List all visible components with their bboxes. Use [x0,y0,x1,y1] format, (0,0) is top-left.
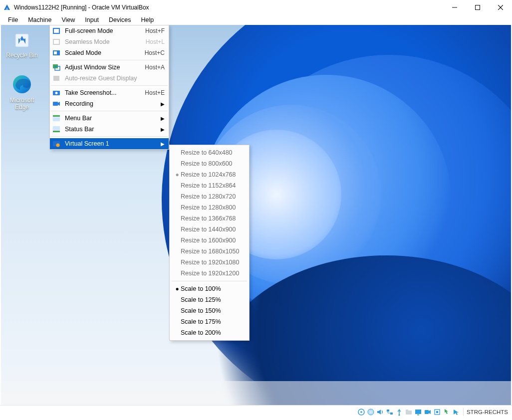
menu-devices[interactable]: Devices [104,15,136,24]
svg-point-30 [370,411,371,413]
menubar: File Machine View Input Devices Help [0,15,512,25]
submenu-item-resize[interactable]: Resize to 1600x900 [170,235,249,246]
submenu-item-resize[interactable]: Resize to 1280x720 [170,191,249,202]
submenu-item-resize[interactable]: Resize to 1440x900 [170,224,249,235]
desktop-icon-recycle-bin[interactable]: Recycle Bin [3,29,41,59]
statusbar: STRG-RECHTS [0,405,512,418]
menu-item-adjust-window-size[interactable]: Adjust Window Size Host+A [50,62,169,73]
svg-point-28 [360,411,362,413]
menu-item-label: Full-screen Mode [65,27,139,34]
statusbar-recording-icon[interactable] [424,408,432,416]
titlebar: Windows1122H2 [Running] - Oracle VM Virt… [0,0,512,15]
desktop-icon-microsoft-edge[interactable]: Microsoft Edge [3,74,41,111]
menu-item-accelerator: Host+L [140,38,165,45]
submenu-item-resize[interactable]: Resize to 1280x800 [170,202,249,213]
radio-indicator: ● [174,285,181,292]
menu-item-status-bar[interactable]: Status Bar ▶ [50,124,169,135]
submenu-item-scale[interactable]: Scale to 175% [170,316,249,327]
menu-item-take-screenshot[interactable]: Take Screenshot... Host+E [50,87,169,98]
statusbar-keyboard-captured-icon[interactable] [452,408,460,416]
edge-icon [11,74,32,95]
virtual-screen-submenu: Resize to 640x480 Resize to 800x600 ●Res… [169,145,250,341]
statusbar-separator [463,408,464,416]
statusbar-mouse-integration-icon[interactable] [443,408,451,416]
submenu-item-resize[interactable]: Resize to 640x480 [170,147,249,158]
svg-marker-31 [377,410,381,415]
virtualbox-app-icon [3,3,11,11]
menu-item-label: Take Screenshot... [65,89,139,96]
svg-rect-36 [406,410,408,411]
statusbar-host-key[interactable]: STRG-RECHTS [467,409,508,415]
menu-item-virtual-screen-1[interactable]: Virtual Screen 1 ▶ [50,138,169,149]
svg-rect-39 [425,410,429,414]
statusbar-shared-folders-icon[interactable] [405,408,413,416]
submenu-item-scale[interactable]: Scale to 150% [170,305,249,316]
statusbar-network-icon[interactable] [386,408,394,416]
statusbar-icon [52,125,61,134]
statusbar-display-icon[interactable] [414,408,422,416]
menu-separator [51,136,168,137]
menu-view[interactable]: View [56,15,80,24]
submenu-item-label: Resize to 1280x720 [181,193,244,200]
guest-taskbar[interactable] [1,381,511,405]
close-button[interactable] [489,0,512,15]
fullscreen-icon [52,26,61,35]
submenu-item-scale[interactable]: Scale to 125% [170,294,249,305]
menu-help[interactable]: Help [136,15,159,24]
recycle-bin-icon [11,29,32,50]
adjust-size-icon [52,63,61,72]
submenu-item-label: Scale to 125% [181,296,244,303]
menu-separator [51,60,168,60]
submenu-item-resize[interactable]: Resize to 800x600 [170,158,249,169]
svg-rect-3 [476,5,480,10]
submenu-item-label: Resize to 1680x1050 [181,248,244,255]
guest-display[interactable]: Recycle Bin Microsoft Edge Full-screen M… [1,25,511,405]
menu-item-fullscreen-mode[interactable]: Full-screen Mode Host+F [50,25,169,36]
statusbar-audio-icon[interactable] [376,408,384,416]
submenu-arrow-icon: ▶ [160,116,165,121]
menu-item-menu-bar[interactable]: Menu Bar ▶ [50,113,169,124]
submenu-item-resize[interactable]: Resize to 1920x1080 [170,257,249,268]
statusbar-harddisk-icon[interactable] [357,408,365,416]
menu-machine[interactable]: Machine [23,15,56,24]
menu-item-scaled-mode[interactable]: Scaled Mode Host+C [50,47,169,58]
submenu-item-resize[interactable]: Resize to 1920x1200 [170,268,249,279]
menu-separator [51,111,168,111]
statusbar-optical-icon[interactable] [367,408,375,416]
svg-rect-9 [54,29,59,33]
submenu-item-resize[interactable]: Resize to 1366x768 [170,213,249,224]
submenu-item-resize[interactable]: Resize to 1152x864 [170,180,249,191]
submenu-item-label: Resize to 640x480 [181,149,244,156]
radio-indicator: ● [174,171,181,178]
submenu-item-label: Scale to 200% [181,329,244,336]
submenu-item-label: Resize to 1600x900 [181,237,244,244]
statusbar-usb-icon[interactable] [395,408,403,416]
recording-icon [52,99,61,108]
submenu-item-scale[interactable]: ●Scale to 100% [170,283,249,294]
seamless-icon [52,37,61,46]
svg-rect-24 [53,131,60,132]
menu-input[interactable]: Input [80,15,104,24]
submenu-item-scale[interactable]: Scale to 200% [170,327,249,338]
menu-item-label: Status Bar [65,126,160,133]
submenu-item-label: Resize to 1440x900 [181,226,244,233]
menu-item-label: Seamless Mode [65,38,140,45]
maximize-button[interactable] [466,0,489,15]
submenu-item-label: Resize to 800x600 [181,160,244,167]
submenu-item-resize[interactable]: Resize to 1680x1050 [170,246,249,257]
submenu-item-label: Resize to 1280x800 [181,204,244,211]
statusbar-cpu-icon[interactable] [433,408,441,416]
svg-rect-11 [54,40,59,44]
submenu-item-resize[interactable]: ●Resize to 1024x768 [170,169,249,180]
menu-item-recording[interactable]: Recording ▶ [50,98,169,109]
svg-point-18 [55,92,58,94]
minimize-button[interactable] [443,0,466,15]
menu-file[interactable]: File [3,15,23,24]
window-title: Windows1122H2 [Running] - Oracle VM Virt… [14,4,149,11]
view-dropdown-menu: Full-screen Mode Host+F Seamless Mode Ho… [49,25,169,150]
screenshot-icon [52,88,61,97]
submenu-item-label: Scale to 175% [181,318,244,325]
svg-rect-21 [53,115,60,117]
desktop-icon-label: Edge [3,104,41,111]
submenu-item-label: Resize to 1366x768 [181,215,244,222]
